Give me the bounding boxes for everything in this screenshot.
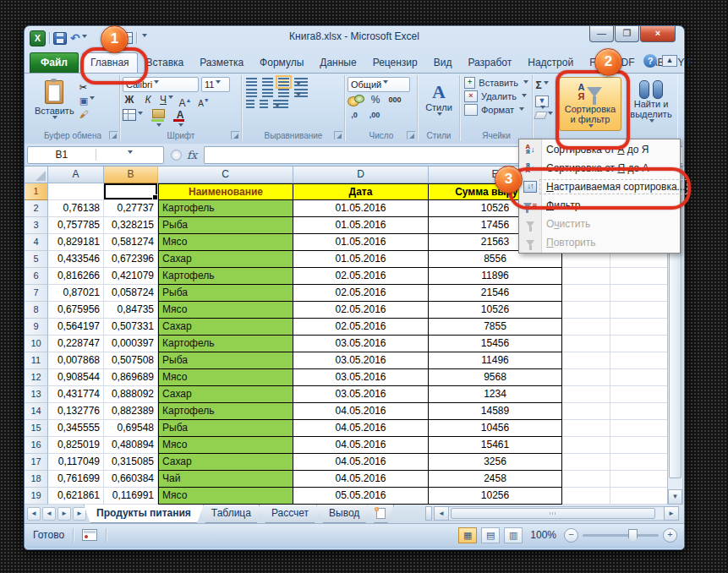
comma-style-icon[interactable]: 000	[388, 94, 402, 107]
row-header-16[interactable]: 16	[25, 437, 48, 454]
ribbon-tab-Надстрой[interactable]: Надстрой	[520, 53, 581, 73]
cell-C11[interactable]: Рыба	[158, 352, 293, 369]
ribbon-tab-Вид[interactable]: Вид	[426, 53, 460, 73]
cell-F15[interactable]	[562, 420, 610, 437]
cell-D11[interactable]: 03.05.2016	[293, 352, 429, 369]
cell-E7[interactable]: 21546	[429, 285, 562, 302]
row-header-11[interactable]: 11	[25, 352, 48, 369]
cell-G8[interactable]	[610, 302, 668, 319]
ribbon-tab-Разметка[interactable]: Разметка	[192, 53, 251, 73]
cell-C15[interactable]: Рыба	[158, 420, 293, 437]
cell-D14[interactable]: 04.05.2016	[293, 403, 429, 420]
ribbon-tab-Файл[interactable]: Файл	[30, 52, 79, 73]
cell-G14[interactable]	[610, 403, 668, 420]
underline-button[interactable]: Ч	[160, 94, 173, 107]
close-button[interactable]: ×	[640, 26, 676, 42]
cell-D1[interactable]: Дата	[293, 183, 429, 200]
cell-C2[interactable]: Картофель	[158, 200, 293, 217]
align-middle-icon[interactable]	[262, 78, 273, 86]
fill-icon[interactable]: ▼	[535, 96, 549, 107]
column-header-C[interactable]: C	[158, 166, 293, 183]
dialog-launcher-icon[interactable]	[407, 131, 415, 139]
cell-E14[interactable]: 14589	[429, 403, 562, 420]
cell-A10[interactable]: 0,228747	[48, 336, 104, 352]
cell-C18[interactable]: Чай	[158, 471, 293, 488]
percent-style-icon[interactable]: %	[369, 94, 382, 107]
cell-C1[interactable]: Наименование	[158, 183, 293, 200]
ribbon-tab-Разработ[interactable]: Разработ	[460, 53, 519, 73]
cell-E13[interactable]: 1234	[429, 386, 562, 403]
ribbon-tab-Вставка[interactable]: Вставка	[139, 53, 192, 73]
cell-F13[interactable]	[562, 386, 610, 403]
cell-A5[interactable]: 0,433546	[48, 251, 104, 268]
cell-G7[interactable]	[610, 285, 668, 302]
cell-G11[interactable]	[610, 352, 668, 369]
cell-E16[interactable]: 15461	[429, 437, 562, 454]
cell-D10[interactable]: 03.05.2016	[293, 336, 429, 352]
increase-font-icon[interactable]: А▲	[178, 94, 192, 107]
cell-B4[interactable]: 0,581274	[104, 234, 158, 251]
name-box-dropdown-icon[interactable]	[96, 149, 164, 161]
font-color-icon[interactable]: А	[173, 109, 187, 123]
cell-A7[interactable]: 0,87021	[48, 285, 104, 302]
cell-G19[interactable]	[610, 488, 668, 505]
cell-G5[interactable]	[610, 251, 668, 268]
column-header-A[interactable]: A	[48, 166, 104, 183]
sheet-tab-Рассчет[interactable]: Рассчет	[259, 505, 321, 523]
cell-A15[interactable]: 0,345555	[48, 420, 104, 437]
ribbon-tab-Рецензир[interactable]: Рецензир	[365, 53, 425, 73]
cell-C7[interactable]: Рыба	[158, 285, 293, 302]
cell-F8[interactable]	[562, 302, 610, 319]
delete-cells-button[interactable]: ×Удалить	[464, 90, 528, 102]
decrease-indent-icon[interactable]	[246, 100, 255, 108]
horizontal-scrollbar[interactable]: ◄ ►	[425, 506, 679, 521]
cell-B2[interactable]: 0,27737	[104, 200, 158, 217]
cell-C6[interactable]: Картофель	[158, 268, 293, 285]
sheet-tab-Вывод[interactable]: Вывод	[316, 505, 372, 523]
find-select-button[interactable]: Найти и выделить	[625, 77, 677, 129]
cell-B15[interactable]: 0,69548	[104, 420, 158, 437]
cell-F16[interactable]	[562, 437, 610, 454]
cell-B13[interactable]: 0,888092	[104, 386, 158, 403]
decrease-decimal-icon[interactable]: ,00	[368, 109, 381, 123]
cell-C17[interactable]: Сахар	[158, 454, 293, 471]
cell-B3[interactable]: 0,328215	[104, 217, 158, 234]
sort-filter-button[interactable]: АЯ Сортировка и фильтр	[559, 77, 621, 131]
accounting-format-icon[interactable]	[348, 95, 363, 106]
cell-B19[interactable]: 0,116991	[104, 488, 158, 505]
cell-E10[interactable]: 15456	[429, 336, 562, 352]
prev-sheet-icon[interactable]: ◄	[42, 507, 56, 521]
cell-A2[interactable]: 0,76138	[48, 200, 104, 217]
cell-B18[interactable]: 0,660384	[104, 471, 158, 488]
menu-item-настраиваемаясортиро[interactable]: ↓↑Настраиваемая сортировка...	[519, 177, 680, 196]
cell-D8[interactable]: 02.05.2016	[293, 302, 429, 319]
align-left-icon[interactable]	[246, 89, 257, 97]
cell-A17[interactable]: 0,117049	[48, 454, 104, 471]
cell-A4[interactable]: 0,829181	[48, 234, 104, 251]
row-header-3[interactable]: 3	[25, 217, 48, 234]
cell-E9[interactable]: 7855	[429, 319, 562, 336]
dialog-launcher-icon[interactable]	[109, 131, 118, 139]
cell-D12[interactable]: 03.05.2016	[293, 369, 429, 386]
row-header-6[interactable]: 6	[25, 268, 48, 285]
row-header-9[interactable]: 9	[25, 319, 48, 336]
first-sheet-icon[interactable]: ◄	[27, 507, 41, 521]
font-size-combo[interactable]: 11	[201, 77, 230, 92]
ribbon-tab-Главная[interactable]: Главная	[82, 52, 138, 73]
cell-B17[interactable]: 0,315085	[104, 454, 158, 471]
row-header-18[interactable]: 18	[25, 471, 48, 488]
scroll-left-icon[interactable]: ◄	[434, 506, 449, 521]
cell-G16[interactable]	[610, 437, 668, 454]
cell-B1-selected[interactable]	[104, 183, 158, 200]
menu-item-фильтр[interactable]: =Фильтр	[519, 196, 680, 215]
cell-C8[interactable]: Мясо	[158, 302, 293, 319]
bold-button[interactable]: Ж	[123, 94, 136, 107]
cell-G12[interactable]	[610, 369, 668, 386]
cell-G6[interactable]	[610, 268, 668, 285]
maximize-button[interactable]: ❐	[615, 26, 639, 42]
menu-item-сортировкаотадоя[interactable]: АЯ↓Сортировка от А до Я	[519, 140, 680, 159]
cell-F5[interactable]	[562, 251, 610, 268]
cell-B14[interactable]: 0,882389	[104, 403, 158, 420]
cell-D15[interactable]: 04.05.2016	[293, 420, 429, 437]
last-sheet-icon[interactable]: ►	[73, 507, 86, 521]
